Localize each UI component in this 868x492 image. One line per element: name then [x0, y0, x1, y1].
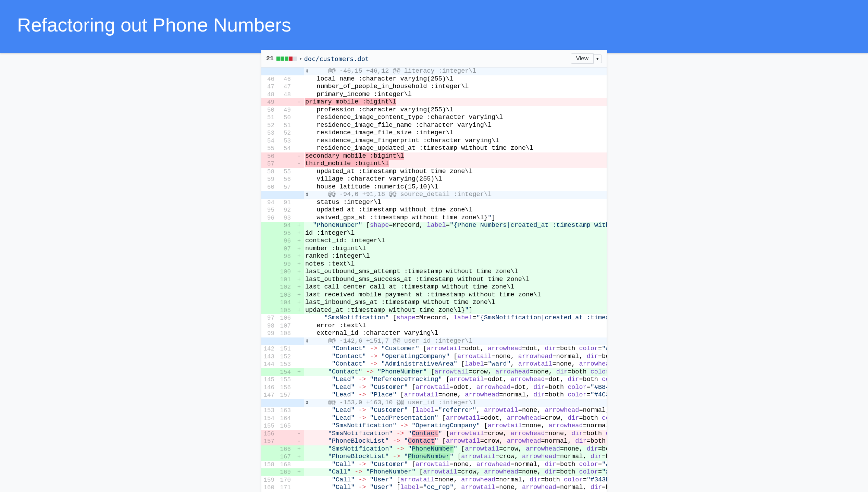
line-number-new[interactable]	[278, 98, 294, 106]
line-number-old[interactable]: 154	[261, 415, 278, 422]
line-number-old[interactable]: 142	[261, 345, 278, 353]
line-number-old[interactable]: 48	[261, 91, 278, 99]
line-number-old[interactable]: 49	[261, 98, 278, 106]
line-number-old[interactable]: 60	[261, 183, 278, 191]
line-number-new[interactable]: 168	[278, 461, 294, 469]
line-number-new[interactable]	[278, 152, 294, 160]
line-number-new[interactable]: 54	[278, 145, 294, 152]
line-number-old[interactable]	[261, 245, 278, 253]
line-number-new[interactable]: 101	[278, 276, 294, 284]
line-number-new[interactable]: 51	[278, 122, 294, 130]
line-number-old[interactable]	[261, 276, 278, 284]
line-number-new[interactable]	[278, 430, 294, 438]
line-number-old[interactable]	[261, 453, 278, 461]
line-number-new[interactable]: 106	[278, 314, 294, 322]
line-number-new[interactable]	[278, 438, 294, 445]
line-number-new[interactable]: 151	[278, 345, 294, 353]
line-number-new[interactable]: 167	[278, 453, 294, 461]
line-number-new[interactable]: 57	[278, 183, 294, 191]
line-number-new[interactable]: 108	[278, 330, 294, 337]
line-number-old[interactable]: 53	[261, 129, 278, 137]
line-number-new[interactable]: 100	[278, 268, 294, 276]
line-number-new[interactable]: 157	[278, 391, 294, 399]
line-number-old[interactable]: 157	[261, 438, 278, 445]
line-number-old[interactable]	[261, 67, 278, 75]
line-number-new[interactable]: 104	[278, 299, 294, 307]
line-number-new[interactable]: 163	[278, 407, 294, 415]
line-number-old[interactable]: 97	[261, 314, 278, 322]
line-number-new[interactable]: 55	[278, 168, 294, 176]
line-number-new[interactable]: 153	[278, 360, 294, 368]
line-number-new[interactable]: 95	[278, 230, 294, 237]
line-number-new[interactable]: 165	[278, 422, 294, 430]
line-number-old[interactable]	[261, 230, 278, 237]
line-number-old[interactable]	[261, 445, 278, 453]
line-number-old[interactable]: 51	[261, 114, 278, 122]
line-number-new[interactable]: 91	[278, 199, 294, 207]
line-number-old[interactable]	[261, 337, 278, 345]
line-number-old[interactable]: 56	[261, 152, 278, 160]
line-number-new[interactable]: 105	[278, 307, 294, 315]
line-number-old[interactable]: 46	[261, 75, 278, 83]
line-number-new[interactable]: 93	[278, 214, 294, 222]
line-number-old[interactable]: 156	[261, 430, 278, 438]
line-number-old[interactable]: 58	[261, 168, 278, 176]
line-number-new[interactable]: 46	[278, 75, 294, 83]
view-button[interactable]: View	[571, 53, 594, 64]
line-number-old[interactable]	[261, 468, 278, 476]
line-number-old[interactable]	[261, 283, 278, 291]
line-number-new[interactable]: 48	[278, 91, 294, 99]
line-number-new[interactable]: 94	[278, 222, 294, 230]
line-number-new[interactable]: 164	[278, 415, 294, 422]
line-number-old[interactable]: 98	[261, 322, 278, 330]
line-number-old[interactable]	[261, 399, 278, 407]
line-number-new[interactable]	[278, 399, 294, 407]
line-number-new[interactable]: 155	[278, 376, 294, 384]
line-number-new[interactable]: 152	[278, 353, 294, 361]
line-number-new[interactable]: 98	[278, 253, 294, 260]
line-number-old[interactable]	[261, 291, 278, 299]
line-number-old[interactable]: 146	[261, 384, 278, 392]
line-number-new[interactable]: 52	[278, 129, 294, 137]
line-number-old[interactable]	[261, 268, 278, 276]
line-number-new[interactable]: 169	[278, 468, 294, 476]
line-number-new[interactable]: 166	[278, 445, 294, 453]
line-number-new[interactable]: 171	[278, 484, 294, 492]
line-number-old[interactable]: 47	[261, 83, 278, 91]
line-number-old[interactable]	[261, 191, 278, 199]
line-number-old[interactable]: 59	[261, 175, 278, 183]
view-caret-button[interactable]: ▾	[594, 54, 602, 63]
line-number-new[interactable]: 154	[278, 368, 294, 376]
line-number-old[interactable]: 143	[261, 353, 278, 361]
line-number-old[interactable]: 52	[261, 122, 278, 130]
line-number-old[interactable]	[261, 253, 278, 260]
line-number-old[interactable]: 158	[261, 461, 278, 469]
line-number-new[interactable]: 102	[278, 283, 294, 291]
line-number-new[interactable]	[278, 191, 294, 199]
line-number-new[interactable]: 103	[278, 291, 294, 299]
line-number-new[interactable]: 92	[278, 206, 294, 214]
line-number-old[interactable]: 54	[261, 137, 278, 145]
line-number-new[interactable]: 50	[278, 114, 294, 122]
line-number-old[interactable]	[261, 260, 278, 268]
line-number-old[interactable]: 57	[261, 160, 278, 168]
line-number-old[interactable]	[261, 307, 278, 315]
line-number-old[interactable]: 153	[261, 407, 278, 415]
line-number-old[interactable]	[261, 222, 278, 230]
line-number-old[interactable]: 159	[261, 476, 278, 484]
line-number-old[interactable]: 95	[261, 206, 278, 214]
line-number-old[interactable]: 50	[261, 106, 278, 114]
line-number-new[interactable]: 56	[278, 175, 294, 183]
line-number-old[interactable]	[261, 299, 278, 307]
line-number-old[interactable]: 144	[261, 360, 278, 368]
line-number-new[interactable]	[278, 67, 294, 75]
line-number-old[interactable]: 99	[261, 330, 278, 337]
line-number-new[interactable]	[278, 337, 294, 345]
line-number-old[interactable]: 145	[261, 376, 278, 384]
line-number-new[interactable]: 47	[278, 83, 294, 91]
chevron-down-icon[interactable]: ▾	[299, 56, 302, 62]
line-number-old[interactable]: 147	[261, 391, 278, 399]
line-number-old[interactable]: 55	[261, 145, 278, 152]
line-number-old[interactable]	[261, 237, 278, 245]
line-number-new[interactable]: 96	[278, 237, 294, 245]
